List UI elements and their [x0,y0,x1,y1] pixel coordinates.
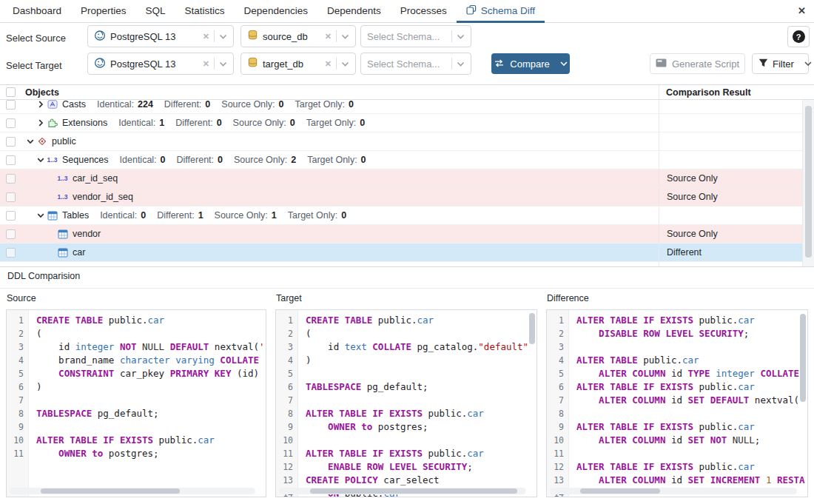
row-checkbox[interactable] [6,118,16,128]
code-line: DISABLE ROW LEVEL SECURITY; [576,327,807,340]
grid-scrollbar-thumb[interactable] [805,106,812,258]
chevron-down-icon[interactable] [341,34,349,39]
horizontal-scrollbar[interactable] [10,488,255,494]
target-ddl-editor[interactable]: 1234567891011121314CREATE TABLE public.c… [275,309,537,497]
object-label: car_id_seq [73,173,118,184]
compare-button[interactable]: Compare [491,53,570,74]
count-value: 0 [218,155,223,165]
chevron-down-icon[interactable] [219,61,227,67]
row-checkbox[interactable] [6,248,16,258]
horizontal-scrollbar[interactable] [279,488,526,494]
chevron-down-icon[interactable] [219,34,227,39]
count-label: Identical: [120,155,157,165]
row-objects-cell: car [21,243,659,261]
tab-label: Schema Diff [481,5,535,16]
difference-ddl-editor[interactable]: 1234567891011121314ALTER TABLE IF EXISTS… [546,309,808,497]
database-icon [247,57,258,70]
source-database-value: source_db [263,31,308,42]
row-checkbox[interactable] [6,137,16,147]
clear-target-database-icon[interactable]: ✕ [325,59,332,69]
object-row-sequences[interactable]: 1..3SequencesIdentical:0Different:0Sourc… [0,151,802,169]
source-ddl-editor[interactable]: 1234567891011CREATE TABLE public.car( id… [6,309,266,497]
schema-diff-icon [466,4,477,17]
tab-label: Statistics [185,5,225,16]
target-server-select[interactable]: PostgreSQL 13 ✕ [87,53,234,75]
tab-dashboard[interactable]: Dashboard [3,0,71,23]
close-panel-icon[interactable]: ✕ [798,5,806,16]
tab-statistics[interactable]: Statistics [175,0,235,23]
row-checkbox[interactable] [6,211,16,221]
chevron-down-icon[interactable] [560,61,568,66]
object-row-vendor_id_seq[interactable]: 1..3vendor_id_seqSource Only [0,188,802,206]
code-line [306,394,536,407]
tab-dependencies[interactable]: Dependencies [235,0,317,23]
divider [0,288,814,289]
collapse-arrow-icon[interactable] [36,158,46,163]
object-row-car[interactable]: carDifferent [0,243,802,262]
count-label: Different: [177,155,215,165]
postgresql-server-icon [94,57,106,71]
horizontal-scrollbar-thumb[interactable] [580,488,660,494]
row-checkbox-cell [0,188,21,206]
expand-arrow-icon[interactable] [36,101,46,108]
chevron-down-icon[interactable] [457,34,465,39]
row-checkbox-cell [0,169,21,187]
help-button[interactable]: ? [787,26,810,47]
object-row-casts[interactable]: CastsIdentical:224Different:0Source Only… [0,100,802,114]
tab-properties[interactable]: Properties [71,0,136,23]
source-server-select[interactable]: PostgreSQL 13 ✕ [87,25,234,47]
tab-label: Processes [400,5,447,16]
horizontal-scrollbar-thumb[interactable] [41,488,180,494]
chevron-down-icon[interactable] [341,61,349,67]
tab-sql[interactable]: SQL [136,0,175,23]
tab-schema-diff[interactable]: Schema Diff [457,0,545,23]
collapse-arrow-icon[interactable] [36,213,46,218]
object-row-car_id_seq[interactable]: 1..3car_id_seqSource Only [0,169,802,188]
object-row-public[interactable]: public [0,132,802,151]
target-database-select[interactable]: target_db ✕ [240,53,356,75]
vertical-scrollbar[interactable] [529,312,535,486]
object-row-vendor[interactable]: vendorSource Only [0,225,802,243]
vertical-scrollbar[interactable] [800,312,806,486]
tab-dependents[interactable]: Dependents [317,0,391,23]
row-checkbox[interactable] [6,192,16,202]
code-line: ( [36,327,266,340]
source-database-select[interactable]: source_db ✕ [240,25,356,47]
row-checkbox[interactable] [6,155,16,165]
row-checkbox[interactable] [6,174,16,184]
count-label: Different: [164,100,202,110]
chevron-down-icon[interactable] [457,61,465,67]
chevron-down-icon[interactable] [804,61,812,66]
horizontal-scrollbar[interactable] [550,488,797,494]
vertical-scrollbar-thumb[interactable] [529,313,535,344]
count-label: Target Only: [306,118,356,128]
tab-processes[interactable]: Processes [391,0,457,23]
row-objects-cell: vendor [21,225,659,243]
expand-arrow-icon[interactable] [36,119,46,127]
vertical-scrollbar-thumb[interactable] [800,314,806,402]
tab-label: Properties [81,5,127,16]
select-all-checkbox[interactable] [6,87,16,97]
collapse-arrow-icon[interactable] [25,139,36,144]
clear-source-server-icon[interactable]: ✕ [203,32,209,41]
comparison-result-column-header: Comparison Result [666,87,751,98]
generate-script-button[interactable]: Generate Script [650,53,745,74]
object-row-tables[interactable]: TablesIdentical:0Different:1Source Only:… [0,206,802,225]
code-line: OWNER to postgres; [306,420,536,434]
code-line: ) [306,354,536,367]
row-checkbox[interactable] [6,100,16,110]
grid-vertical-scrollbar[interactable] [802,100,814,266]
filter-button[interactable]: Filter [752,53,809,74]
row-checkbox[interactable] [6,229,16,239]
object-row-extensions[interactable]: ExtensionsIdentical:1Different:0Source O… [0,114,802,132]
clear-target-server-icon[interactable]: ✕ [203,59,209,69]
clear-source-database-icon[interactable]: ✕ [325,32,332,41]
count-value: 0 [361,155,366,165]
comparison-result-value: Source Only [667,173,718,184]
horizontal-scrollbar-thumb[interactable] [310,488,517,494]
target-schema-select[interactable]: Select Schema... [360,53,471,75]
source-schema-select[interactable]: Select Schema... [360,25,471,47]
row-objects-cell: TablesIdentical:0Different:1Source Only:… [21,206,659,224]
count-value: 0 [360,118,365,128]
divider [336,58,337,70]
